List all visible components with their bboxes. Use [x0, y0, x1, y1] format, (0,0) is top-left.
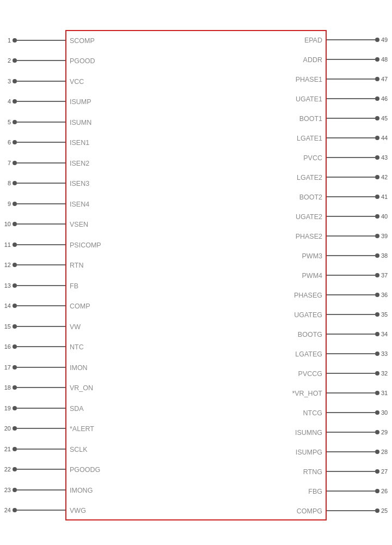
pin-dot — [375, 508, 379, 513]
pin-number: 31 — [381, 390, 392, 396]
pin-line — [17, 367, 65, 368]
pin-line — [327, 432, 375, 433]
pin-line — [327, 392, 375, 393]
left-pin-21: 21 — [0, 439, 65, 459]
left-pin-9: 9 — [0, 193, 65, 214]
left-label-14: COMP — [70, 302, 90, 310]
pin-number: 37 — [381, 272, 392, 278]
right-pin-37: 37 — [327, 265, 392, 285]
left-pin-6: 6 — [0, 132, 65, 153]
left-label-7: ISEN2 — [70, 160, 89, 167]
pin-dot — [375, 371, 379, 376]
pin-dot — [13, 120, 17, 124]
pin-line — [17, 346, 65, 347]
left-label-6: ISEN1 — [70, 139, 89, 147]
pin-line — [17, 60, 65, 61]
pin-number: 11 — [0, 241, 11, 248]
pin-number: 28 — [381, 449, 392, 455]
pin-number: 46 — [381, 95, 392, 102]
pin-dot — [13, 365, 17, 370]
pin-number: 19 — [0, 405, 11, 411]
pin-dot — [13, 58, 17, 63]
pin-dot — [375, 38, 379, 42]
pin-number: 39 — [381, 233, 392, 239]
left-pin-17: 17 — [0, 357, 65, 378]
left-pin-4: 4 — [0, 92, 65, 112]
left-pin-10: 10 — [0, 214, 65, 235]
pin-line — [17, 510, 65, 511]
left-label-10: VSEN — [70, 221, 88, 228]
pin-dot — [13, 38, 17, 43]
pin-dot — [375, 273, 379, 277]
pin-line — [327, 373, 375, 374]
pin-dot — [13, 467, 17, 471]
pin-line — [327, 137, 375, 138]
right-pin-45: 45 — [327, 108, 392, 128]
left-pin-8: 8 — [0, 173, 65, 194]
pin-number: 38 — [381, 252, 392, 259]
pin-line — [327, 491, 375, 492]
pin-number: 32 — [381, 370, 392, 377]
pin-number: 3 — [0, 78, 11, 84]
pin-line — [327, 59, 375, 60]
left-pin-12: 12 — [0, 255, 65, 276]
left-label-1: SCOMP — [70, 37, 95, 45]
pin-line — [327, 255, 375, 256]
ic-body: SCOMPPGOODVCCISUMPISUMNISEN1ISEN2ISEN3IS… — [65, 30, 327, 520]
right-label-32: PVCCG — [298, 370, 322, 378]
pin-dot — [375, 136, 379, 140]
right-pin-49: 49 — [327, 30, 392, 50]
pin-number: 6 — [0, 139, 11, 146]
left-label-13: FB — [70, 282, 78, 290]
pin-line — [327, 294, 375, 295]
pin-line — [327, 196, 375, 197]
pin-number: 49 — [381, 37, 392, 43]
pin-dot — [375, 469, 379, 474]
pin-line — [17, 449, 65, 450]
pin-line — [17, 264, 65, 265]
right-label-41: BOOT2 — [299, 193, 322, 201]
pin-line — [327, 216, 375, 217]
pin-number: 47 — [381, 76, 392, 82]
pin-number: 20 — [0, 425, 11, 432]
pin-dot — [375, 175, 379, 179]
pin-line — [327, 451, 375, 452]
pin-line — [17, 142, 65, 143]
right-pin-28: 28 — [327, 442, 392, 462]
pin-dot — [13, 488, 17, 492]
pin-number: 41 — [381, 193, 392, 200]
right-pin-47: 47 — [327, 69, 392, 89]
left-pin-11: 11 — [0, 234, 65, 255]
right-label-42: LGATE2 — [297, 174, 322, 181]
pin-number: 8 — [0, 180, 11, 186]
right-pin-40: 40 — [327, 207, 392, 226]
pin-number: 36 — [381, 292, 392, 298]
right-pin-44: 44 — [327, 128, 392, 148]
pin-dot — [13, 283, 17, 288]
pin-number: 43 — [381, 154, 392, 161]
pin-number: 34 — [381, 331, 392, 337]
left-pin-2: 2 — [0, 51, 65, 71]
pin-number: 14 — [0, 302, 11, 309]
left-pin-16: 16 — [0, 337, 65, 358]
pin-dot — [375, 77, 379, 81]
pin-dot — [375, 332, 379, 336]
right-pin-42: 42 — [327, 167, 392, 187]
pin-number: 1 — [0, 37, 11, 44]
pin-line — [327, 471, 375, 472]
pin-dot — [375, 430, 379, 434]
pin-dot — [375, 195, 379, 199]
left-label-24: VWG — [70, 507, 86, 514]
right-pin-26: 26 — [327, 481, 392, 501]
left-label-9: ISEN4 — [70, 201, 89, 208]
pin-number: 13 — [0, 282, 11, 289]
pin-dot — [375, 57, 379, 62]
right-label-37: PWM4 — [302, 272, 323, 280]
right-label-35: UGATEG — [294, 311, 322, 319]
pin-dot — [375, 489, 379, 493]
left-pin-20: 20 — [0, 419, 65, 439]
pin-line — [17, 326, 65, 327]
pin-line — [17, 223, 65, 225]
right-pin-38: 38 — [327, 246, 392, 265]
pin-number: 25 — [381, 507, 392, 514]
